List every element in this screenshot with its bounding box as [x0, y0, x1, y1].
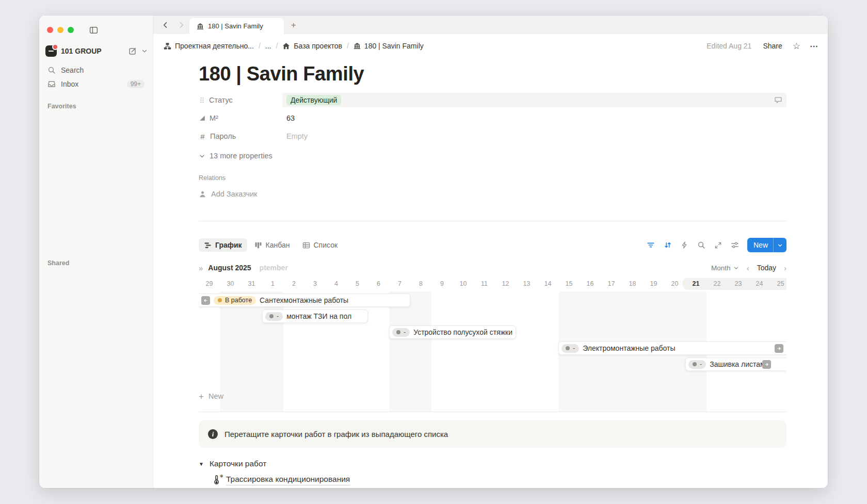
favorite-star-icon[interactable]: ☆ [793, 42, 800, 51]
zoom-window-button[interactable] [68, 27, 74, 33]
timeline-today-button[interactable]: Today [757, 264, 776, 272]
share-button[interactable]: Share [763, 42, 782, 50]
more-options-icon[interactable]: ⋯ [810, 41, 818, 51]
timeline-bar-title: монтаж ТЗИ на пол [286, 312, 351, 320]
cards-toggle[interactable]: ▼ Карточки работ [199, 459, 786, 468]
timeline-day: 24 [749, 280, 770, 287]
table-view-icon [302, 241, 310, 249]
timeline-day: 2 [283, 280, 304, 287]
scroll-to-end-icon[interactable] [762, 360, 771, 369]
timeline-date-header: 2930311234567891011121314151617181920212… [199, 278, 786, 289]
double-chevron-icon[interactable]: » [199, 264, 203, 272]
drag-handle-icon[interactable] [199, 96, 205, 104]
timeline-day: 29 [199, 280, 220, 287]
timeline-day: 12 [495, 280, 516, 287]
timeline-day: 6 [368, 280, 389, 287]
workspace-switcher[interactable]: 101 GROUP [45, 44, 148, 58]
scroll-to-start-icon[interactable] [201, 296, 210, 305]
sidebar-item-search[interactable]: Search [43, 63, 149, 77]
page-title[interactable]: 180 | Savin Family [199, 62, 786, 86]
status-dot-icon [218, 298, 222, 302]
property-value-password[interactable]: Empty [282, 129, 786, 143]
history-forward-icon[interactable] [178, 21, 185, 29]
edited-timestamp: Edited Aug 21 [707, 42, 751, 50]
search-icon[interactable] [697, 241, 705, 249]
new-tab-button[interactable]: + [291, 21, 296, 29]
close-window-button[interactable] [47, 27, 53, 33]
timeline-day: 31 [241, 280, 262, 287]
view-tab-kanban[interactable]: Канбан [249, 238, 295, 252]
timeline-bar[interactable]: -монтаж ТЗИ на пол [262, 310, 368, 323]
minimize-window-button[interactable] [57, 27, 63, 33]
sidebar-item-inbox[interactable]: Inbox 99+ [43, 77, 149, 91]
work-card-link[interactable]: ❄ Трассировка кондиционирования [213, 475, 786, 485]
filter-icon[interactable] [647, 241, 655, 249]
timeline-day: 11 [474, 280, 495, 287]
automation-zap-icon[interactable] [681, 241, 688, 249]
scroll-to-end-icon[interactable] [775, 344, 783, 353]
timeline-day: 17 [601, 280, 622, 287]
chevron-down-icon[interactable] [141, 48, 148, 54]
timeline-day: 9 [431, 280, 453, 287]
status-label: - [700, 361, 702, 368]
comment-icon[interactable] [774, 96, 782, 104]
building-icon [354, 42, 361, 50]
property-value-area[interactable]: 63 [282, 111, 786, 125]
timeline-prev-icon[interactable]: ‹ [747, 264, 749, 272]
status-tag[interactable]: Действующий [286, 95, 341, 105]
timeline-bar[interactable]: -Электромонтажные работы [558, 342, 786, 355]
property-label[interactable]: М² [199, 114, 282, 122]
property-label[interactable]: Статус [199, 96, 282, 104]
number-hash-icon: # [199, 132, 206, 141]
sidebar: 101 GROUP Search Inbox [39, 15, 153, 488]
timeline-next-month-ghost: ptember [260, 264, 288, 272]
property-value-status[interactable]: Действующий [282, 93, 786, 107]
view-settings-sliders-icon[interactable] [731, 241, 739, 249]
kanban-view-icon [254, 241, 262, 249]
timeline-day: 5 [347, 280, 368, 287]
timeline-add-new-button[interactable]: + New [199, 390, 786, 402]
sort-icon[interactable] [664, 241, 672, 249]
property-label[interactable]: # Пароль [199, 132, 282, 141]
callout-text: Перетащите карточки работ в график из вы… [224, 430, 448, 438]
property-row-area: М² 63 [199, 111, 786, 125]
app-window: 101 GROUP Search Inbox [39, 15, 828, 488]
status-pill: - [392, 328, 410, 337]
breadcrumb-item-current[interactable]: 180 | Savin Family [354, 42, 424, 50]
sidebar-toggle-icon[interactable] [89, 26, 98, 35]
sidebar-section-shared: Shared [47, 259, 145, 267]
toggle-triangle-icon[interactable]: ▼ [199, 461, 204, 467]
page-content: 180 | Savin Family Статус Действующий [153, 58, 828, 488]
sidebar-item-label: Inbox [61, 80, 78, 88]
timeline-day: 1 [262, 280, 283, 287]
status-pill: - [265, 312, 283, 321]
plus-icon: + [199, 392, 204, 401]
new-button-chevron-icon[interactable] [774, 242, 786, 248]
breadcrumb-ellipsis[interactable]: ... [265, 42, 271, 50]
expand-icon[interactable] [714, 241, 722, 249]
timeline-day: 7 [389, 280, 410, 287]
timeline-day-today: 21 [685, 280, 707, 287]
tab-title: 180 | Savin Family [208, 22, 263, 30]
status-dot-icon [269, 314, 274, 318]
view-tab-timeline[interactable]: График [199, 238, 247, 252]
person-icon [199, 190, 206, 198]
timeline-day: 10 [453, 280, 474, 287]
timeline-bar[interactable]: -Зашивка листами [685, 357, 786, 371]
view-tab-list[interactable]: Список [297, 238, 343, 252]
breadcrumb-item[interactable]: Проектная деятельно... [164, 42, 254, 50]
timeline-bar[interactable]: В работеСантехмонтажные работы [199, 294, 410, 307]
tab-active[interactable]: 180 | Savin Family [189, 18, 284, 34]
timeline-rows: В работеСантехмонтажные работы-монтаж ТЗ… [199, 292, 786, 378]
status-label: В работе [225, 297, 252, 304]
compose-icon[interactable] [129, 47, 137, 55]
add-relation-button[interactable]: Add Заказчик [199, 188, 786, 200]
new-record-button[interactable]: New [747, 238, 786, 252]
status-dot-icon [566, 346, 570, 350]
more-properties-toggle[interactable]: 13 more properties [199, 149, 786, 163]
breadcrumb-item[interactable]: База проектов [282, 42, 342, 50]
timeline-zoom-select[interactable]: Month [711, 264, 739, 272]
timeline-next-icon[interactable]: › [784, 264, 786, 272]
history-back-icon[interactable] [162, 21, 169, 29]
timeline-bar[interactable]: -Устройство полусухой стяжки [389, 326, 516, 339]
